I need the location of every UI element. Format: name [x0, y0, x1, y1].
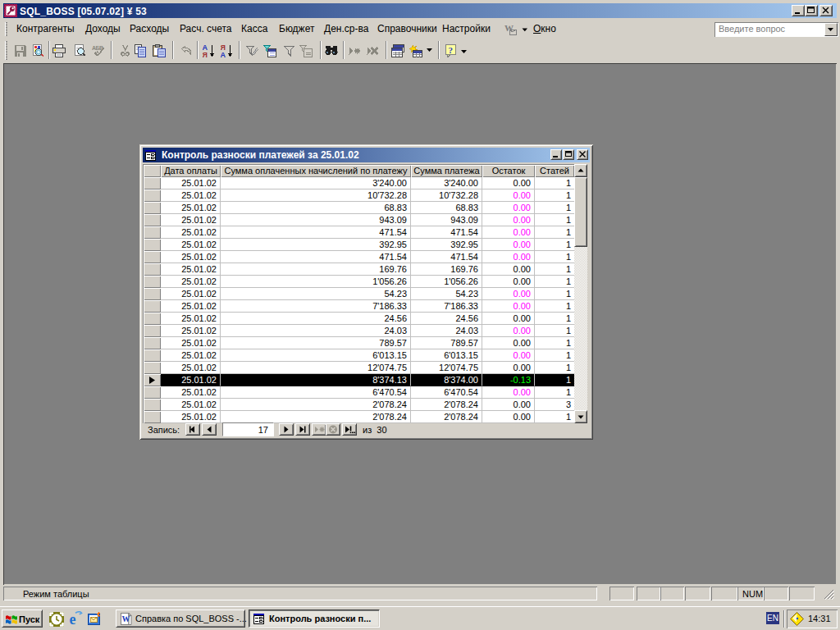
svg-text:?: ? — [449, 45, 454, 55]
svg-text:e: e — [70, 611, 76, 626]
svg-text:А: А — [221, 51, 226, 58]
svg-text:W: W — [122, 614, 130, 623]
svg-text:Я: Я — [203, 51, 208, 58]
